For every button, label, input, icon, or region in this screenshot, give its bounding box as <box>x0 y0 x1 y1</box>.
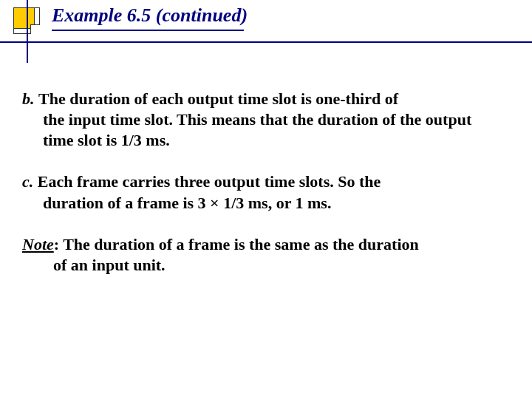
vertical-divider <box>27 0 28 63</box>
slide-title: Example 6.5 (continued) <box>52 4 248 27</box>
item-c-rest: duration of a frame is 3 × 1/3 ms, or 1 … <box>22 193 502 214</box>
item-c-line1: Each frame carries three output time slo… <box>38 172 381 191</box>
note-rest: of an input unit. <box>22 255 502 276</box>
item-b-marker: b. <box>22 89 38 108</box>
item-b: b. The duration of each output time slot… <box>22 89 502 151</box>
item-c: c. Each frame carries three output time … <box>22 171 502 213</box>
note-label: Note <box>22 235 54 253</box>
item-b-rest: the input time slot. This means that the… <box>22 109 502 151</box>
item-c-marker: c. <box>22 172 38 191</box>
slide: Example 6.5 (continued) b. The duration … <box>0 0 532 399</box>
slide-body: b. The duration of each output time slot… <box>22 89 502 276</box>
item-b-line1: The duration of each output time slot is… <box>38 89 398 108</box>
note: Note: The duration of a frame is the sam… <box>22 234 502 276</box>
horizontal-divider <box>0 41 532 43</box>
note-line1: : The duration of a frame is the same as… <box>54 235 419 253</box>
title-underline <box>52 30 244 31</box>
